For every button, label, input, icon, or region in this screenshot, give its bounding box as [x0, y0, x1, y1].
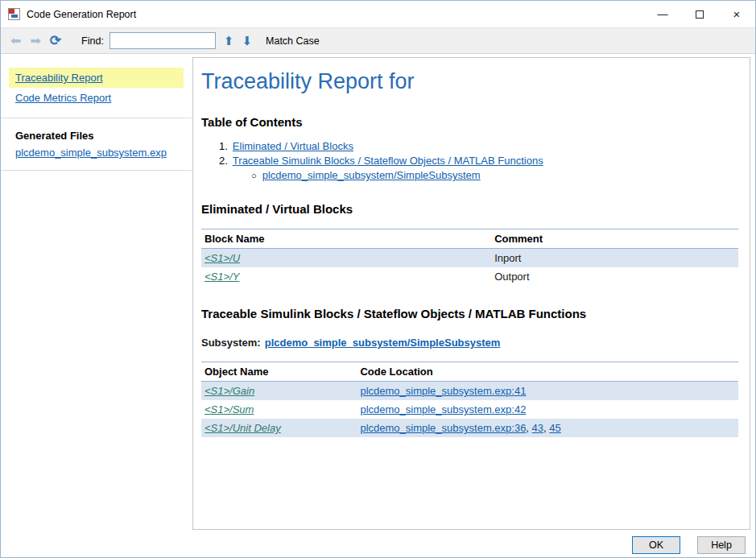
titlebar: Code Generation Report — × [1, 1, 755, 27]
column-header-object-name: Object Name [201, 362, 357, 382]
app-icon [8, 8, 20, 20]
help-button[interactable]: Help [697, 536, 746, 554]
maximize-button[interactable] [681, 1, 718, 27]
generated-files-heading: Generated Files [15, 130, 184, 142]
find-next-icon[interactable]: ⬇ [242, 34, 252, 48]
toc-item: 1.Eliminated / Virtual Blocks [219, 140, 738, 152]
forward-icon[interactable]: ➡ [30, 35, 40, 48]
toc-subitem: ○plcdemo_simple_subsystem/SimpleSubsyste… [251, 169, 738, 181]
separator-text: , [526, 422, 531, 434]
window-controls: — × [644, 1, 755, 27]
column-header-block-name: Block Name [201, 229, 491, 249]
toc-number: 1. [219, 140, 228, 152]
close-button[interactable]: × [718, 1, 755, 27]
traceable-blocks-heading: Traceable Simulink Blocks / Stateflow Ob… [201, 307, 738, 320]
maximize-icon [696, 10, 704, 19]
table-row: <S1>/U Inport [201, 249, 738, 268]
sidebar: Traceability Report Code Metrics Report … [1, 55, 192, 528]
toc-link-eliminated-blocks[interactable]: Eliminated / Virtual Blocks [233, 140, 353, 152]
table-header-row: Object Name Code Location [201, 362, 738, 382]
code-location-link[interactable]: plcdemo_simple_subsystem.exp:36 [360, 422, 526, 434]
column-header-code-location: Code Location [357, 362, 738, 382]
block-link[interactable]: <S1>/U [204, 252, 240, 264]
code-location-link-extra[interactable]: 43 [532, 422, 543, 434]
code-location-link-extra[interactable]: 45 [549, 422, 560, 434]
table-row: <S1>/Unit Delay plcdemo_simple_subsystem… [201, 419, 738, 437]
toc-number: 2. [219, 155, 228, 167]
table-row: <S1>/Y Outport [201, 267, 738, 286]
report-content-panel: Traceability Report for Table of Content… [192, 57, 750, 530]
table-of-contents: 1.Eliminated / Virtual Blocks 2.Traceabl… [219, 140, 738, 181]
find-previous-icon[interactable]: ⬆ [224, 34, 234, 48]
window-title: Code Generation Report [27, 9, 136, 20]
match-case-toggle[interactable]: Match Case [266, 35, 320, 47]
sidebar-divider [1, 118, 192, 118]
traceable-blocks-table: Object Name Code Location <S1>/Gain plcd… [201, 362, 738, 437]
sidebar-item-code-metrics-report[interactable]: Code Metrics Report [9, 88, 184, 108]
eliminated-blocks-heading: Eliminated / Virtual Blocks [201, 202, 738, 216]
sidebar-divider [1, 170, 192, 171]
code-generation-report-window: { "window": { "title": "Code Generation … [0, 0, 756, 558]
subsystem-link[interactable]: plcdemo_simple_subsystem/SimpleSubsystem [265, 337, 501, 349]
toc-item: 2.Traceable Simulink Blocks / Stateflow … [219, 155, 738, 167]
block-link[interactable]: <S1>/Y [204, 271, 239, 283]
subsystem-label: Subsystem: [201, 337, 261, 349]
page-title: Traceability Report for [201, 69, 738, 94]
table-row: <S1>/Sum plcdemo_simple_subsystem.exp:42 [201, 400, 738, 419]
minimize-button[interactable]: — [644, 1, 681, 27]
sidebar-item-traceability-report[interactable]: Traceability Report [9, 68, 184, 88]
subsystem-line: Subsystem:plcdemo_simple_subsystem/Simpl… [201, 337, 738, 349]
toc-heading: Table of Contents [201, 115, 738, 129]
toc-link-simple-subsystem[interactable]: plcdemo_simple_subsystem/SimpleSubsystem [262, 169, 481, 181]
refresh-icon[interactable]: ⟳ [50, 34, 61, 48]
toolbar: ⬅ ➡ ⟳ Find: ⬆ ⬇ Match Case [1, 27, 755, 54]
table-row: <S1>/Gain plcdemo_simple_subsystem.exp:4… [201, 382, 738, 401]
code-location-link[interactable]: plcdemo_simple_subsystem.exp:42 [360, 403, 526, 415]
ok-button[interactable]: OK [632, 536, 680, 554]
toc-link-traceable-blocks[interactable]: Traceable Simulink Blocks / Stateflow Ob… [233, 155, 543, 167]
column-header-comment: Comment [491, 229, 738, 249]
block-link[interactable]: <S1>/Sum [204, 403, 254, 415]
eliminated-blocks-table: Block Name Comment <S1>/U Inport <S1>/Y … [201, 229, 738, 286]
bullet-icon: ○ [251, 171, 257, 180]
block-link[interactable]: <S1>/Gain [204, 385, 254, 397]
table-header-row: Block Name Comment [201, 229, 738, 249]
sidebar-item-generated-file[interactable]: plcdemo_simple_subsystem.exp [15, 147, 184, 159]
find-input[interactable] [109, 32, 216, 49]
block-link[interactable]: <S1>/Unit Delay [204, 422, 281, 434]
comment-cell: Inport [491, 249, 738, 268]
find-label: Find: [81, 35, 104, 47]
code-location-link[interactable]: plcdemo_simple_subsystem.exp:41 [360, 385, 526, 397]
back-icon[interactable]: ⬅ [10, 35, 21, 48]
comment-cell: Outport [491, 267, 738, 286]
